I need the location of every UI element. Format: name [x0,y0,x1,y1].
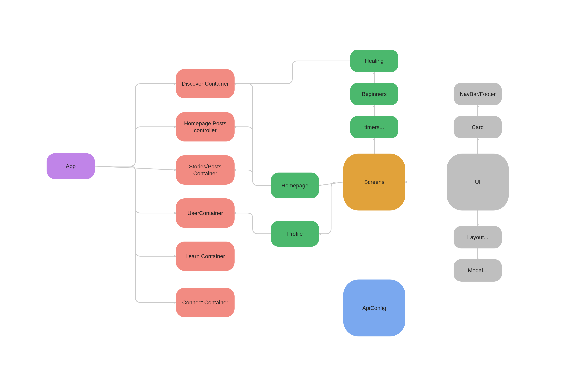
node-label: Stories/Posts Container [181,163,230,177]
node-label: Modal... [468,267,488,274]
node-label: NavBar/Footer [460,90,496,98]
node-label: Layout... [467,234,489,241]
node-storiesPosts[interactable]: Stories/Posts Container [176,155,235,184]
node-label: Learn Container [185,253,225,260]
node-label: Homepage Posts controller [181,120,230,134]
edge-healing-to-discover [235,61,350,84]
node-discover[interactable]: Discover Container [176,69,235,98]
node-label: Beginners [362,90,387,98]
node-timers[interactable]: timers... [350,116,398,138]
node-profile[interactable]: Profile [271,221,319,247]
edge-screens-to-homepage [319,182,343,186]
node-navbar[interactable]: NavBar/Footer [454,83,502,105]
edge-app-to-learnContainer [95,166,176,256]
node-learnContainer[interactable]: Learn Container [176,242,235,271]
node-apiConfig[interactable]: ApiConfig [343,280,405,336]
node-layout[interactable]: Layout... [454,226,502,248]
node-card[interactable]: Card [454,116,502,138]
edge-homepage-to-storiesPosts [235,170,271,186]
node-label: Profile [287,230,303,237]
edge-app-to-userContainer [95,166,176,213]
node-homepage[interactable]: Homepage [271,172,319,198]
edge-app-to-discover [95,84,176,166]
edge-homepage-to-homepagePosts [235,127,271,186]
node-label: Healing [365,58,384,64]
node-homepagePosts[interactable]: Homepage Posts controller [176,112,235,142]
node-app[interactable]: App [46,153,95,179]
node-label: Card [472,124,484,130]
edge-app-to-storiesPosts [95,166,176,170]
node-label: Homepage [281,182,309,189]
node-modal[interactable]: Modal... [454,259,502,282]
node-label: Connect Container [182,299,228,306]
node-beginners[interactable]: Beginners [350,83,398,105]
edge-app-to-connectContainer [95,166,176,302]
diagram-canvas: AppDiscover ContainerHomepage Posts cont… [0,0,585,392]
edge-profile-to-userContainer [235,213,271,234]
node-label: UI [475,178,481,186]
node-healing[interactable]: Healing [350,50,398,72]
edge-app-to-homepagePosts [95,127,176,166]
edge-homepage-to-discover [235,84,271,186]
node-connectContainer[interactable]: Connect Container [176,288,235,317]
edge-screens-to-profile [319,182,343,234]
node-userContainer[interactable]: UserContainer [176,198,235,228]
node-label: Screens [364,178,384,186]
node-label: App [66,163,76,170]
node-ui[interactable]: UI [447,154,509,210]
node-screens[interactable]: Screens [343,154,405,210]
node-label: UserContainer [187,210,223,216]
node-label: ApiConfig [362,304,386,312]
node-label: timers... [364,124,384,130]
node-label: Discover Container [182,80,229,87]
